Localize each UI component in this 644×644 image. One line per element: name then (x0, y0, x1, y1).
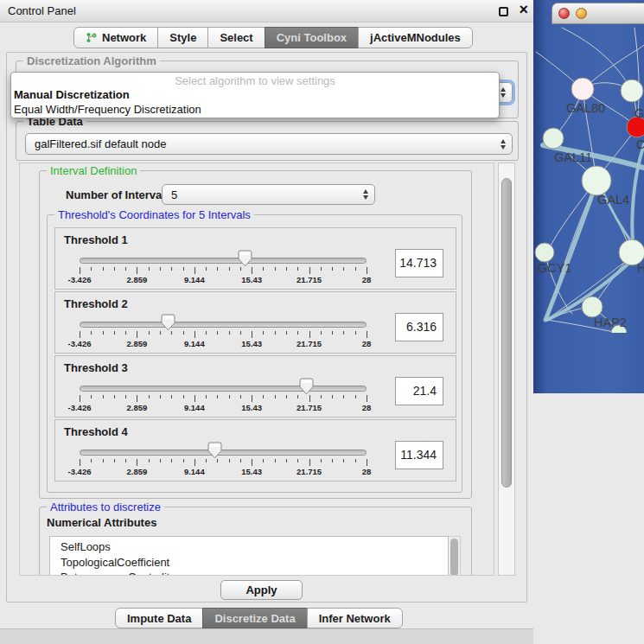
tab-label: Infer Network (319, 612, 391, 625)
threshold-3-panel: Threshold 3-3.4262.8599.14415.4321.71528… (54, 355, 456, 418)
settings-scroll-area: Interval Definition Number of Intervals … (19, 163, 494, 576)
network-node-label: HAP2 (594, 316, 627, 329)
attribute-item-selfloops[interactable]: SelfLoops (50, 539, 448, 555)
dropdown-option-manual-discretization[interactable]: Manual Discretization (11, 87, 499, 102)
network-edge[interactable] (562, 28, 632, 91)
network-icon (86, 32, 97, 43)
main-scrollbar-thumb[interactable] (501, 178, 512, 488)
minimize-traffic-light-icon[interactable] (576, 8, 587, 19)
network-node[interactable] (571, 78, 594, 100)
network-node[interactable] (543, 128, 564, 149)
network-node-label: GAL4 (597, 193, 629, 207)
network-node[interactable] (535, 243, 554, 262)
network-canvas[interactable]: GAL80GACGAL11GAL4GCY1HHAP2 (533, 0, 644, 336)
main-scrollbar[interactable] (498, 163, 515, 576)
network-node-label: GA (634, 106, 644, 120)
close-traffic-light-icon[interactable] (558, 8, 570, 19)
threshold-2-slider-track[interactable] (80, 322, 367, 328)
network-node-label: GAL80 (566, 101, 605, 115)
threshold-4-value-field[interactable]: 11.344 (395, 441, 443, 469)
threshold-2-value-field[interactable]: 6.316 (395, 313, 443, 341)
dropdown-option-equal-width-frequency-discretization[interactable]: Equal Width/Frequency Discretization (11, 102, 499, 117)
threshold-4-label: Threshold 4 (64, 425, 128, 438)
dropdown-hint: Select algorithm to view settings (11, 74, 499, 87)
network-desktop: GAL80GACGAL11GAL4GCY1HHAP2 (533, 0, 644, 393)
slider-tick-labels: -3.4262.8599.14415.4321.71528 (80, 403, 367, 413)
threshold-1-panel: Threshold 1-3.4262.8599.14415.4321.71528… (54, 227, 456, 290)
threshold-3-value-field[interactable]: 21.4 (395, 377, 443, 405)
bottom-tab-discretize-data[interactable]: Discretize Data (202, 608, 307, 628)
slider-tick-labels: -3.4262.8599.14415.4321.71528 (80, 275, 367, 285)
bottom-tab-infer-network[interactable]: Infer Network (307, 608, 403, 628)
network-node-label: GAL11 (554, 150, 592, 164)
threshold-3-label: Threshold 3 (64, 361, 128, 374)
group-table-data: Table Data galFiltered.sif default node (16, 121, 519, 161)
tab-cyni-toolbox[interactable]: Cyni Toolbox (265, 27, 359, 48)
bottom-tab-impute-data[interactable]: Impute Data (115, 608, 203, 628)
network-window-titlebar[interactable] (552, 3, 644, 24)
tab-label: Impute Data (127, 612, 191, 625)
threshold-2-panel: Threshold 2-3.4262.8599.14415.4321.71528… (54, 291, 456, 354)
combo-arrows-icon (501, 139, 506, 150)
network-node[interactable] (582, 296, 603, 317)
combo-arrows-icon (363, 189, 368, 200)
number-of-intervals-value: 5 (171, 188, 177, 201)
group-label-discretization-algorithm: Discretization Algorithm (23, 54, 160, 67)
table-data-combobox[interactable]: galFiltered.sif default node (25, 133, 513, 155)
number-of-intervals-label: Number of Intervals (66, 188, 171, 201)
numerical-attributes-list: SelfLoopsTopologicalCoefficientBetweenne… (49, 536, 461, 576)
attribute-item-betweennesscentrality[interactable]: BetweennessCentrality (50, 570, 448, 576)
network-canvas-wrap: GAL80GACGAL11GAL4GCY1HHAP2 (533, 0, 644, 336)
slider-tick-labels: -3.4262.8599.14415.4321.71528 (80, 339, 367, 349)
network-node-label: H (637, 261, 644, 275)
bottom-tab-bar: Impute DataDiscretize DataInfer Network (115, 608, 403, 628)
threshold-4-panel: Threshold 4-3.4262.8599.14415.4321.71528… (54, 419, 456, 481)
threshold-1-value-field[interactable]: 14.713 (395, 249, 443, 277)
tab-jactivemnodules[interactable]: jActiveMNodules (358, 27, 473, 48)
network-node-label: C (636, 137, 644, 151)
threshold-3-slider-track[interactable] (80, 386, 367, 392)
group-thresholds: Threshold's Coordinates for 5 Intervals … (47, 214, 462, 493)
network-node[interactable] (582, 166, 611, 195)
float-icon[interactable] (499, 7, 508, 16)
tab-style[interactable]: Style (157, 27, 208, 48)
tab-label: Network (102, 31, 146, 44)
tab-label: Select (220, 31, 252, 44)
group-attributes-to-discretize: Attributes to discretize Numerical Attri… (39, 507, 472, 576)
right-column: GAL80GACGAL11GAL4GCY1HHAP2 Table Panel (533, 0, 644, 644)
network-edge-thick[interactable] (632, 144, 644, 241)
number-of-intervals-combobox[interactable]: 5 (162, 184, 375, 205)
slider-tick-labels: -3.4262.8599.14415.4321.71528 (80, 467, 367, 477)
network-node[interactable] (621, 80, 643, 102)
tab-label: Cyni Toolbox (277, 31, 347, 44)
network-node-label: GCY1 (538, 261, 572, 275)
threshold-2-label: Threshold 2 (64, 297, 128, 310)
slider-ticks (80, 395, 367, 403)
group-label-interval-definition: Interval Definition (47, 164, 140, 177)
threshold-list: Threshold 1-3.4262.8599.14415.4321.71528… (54, 227, 456, 481)
tab-select[interactable]: Select (207, 27, 265, 48)
bottom-strip (0, 628, 533, 644)
group-interval-definition: Interval Definition Number of Intervals … (39, 170, 472, 499)
zoom-traffic-light-icon[interactable] (593, 8, 604, 19)
threshold-4-slider-track[interactable] (80, 450, 367, 456)
group-label-attributes: Attributes to discretize (47, 501, 164, 513)
attributes-scrollbar-thumb[interactable] (450, 539, 458, 576)
tab-label: Discretize Data (214, 612, 295, 625)
close-icon[interactable]: × (519, 1, 528, 19)
slider-ticks (80, 459, 367, 467)
numerical-attributes-heading: Numerical Attributes (47, 516, 156, 529)
group-label-thresholds: Threshold's Coordinates for 5 Intervals (54, 208, 254, 221)
table-data-value: galFiltered.sif default node (35, 137, 166, 150)
top-tab-bar: NetworkStyleSelectCyni ToolboxjActiveMNo… (73, 27, 473, 48)
panel-title: Control Panel (8, 4, 76, 17)
tab-label: jActiveMNodules (370, 31, 461, 44)
attributes-scrollbar[interactable] (449, 536, 461, 576)
tab-network[interactable]: Network (73, 27, 158, 48)
tab-label: Style (169, 31, 196, 44)
threshold-1-slider-track[interactable] (80, 258, 367, 264)
slider-ticks (80, 267, 367, 275)
attribute-item-topologicalcoefficient[interactable]: TopologicalCoefficient (50, 555, 448, 571)
apply-button[interactable]: Apply (220, 580, 303, 600)
screen: Control Panel × NetworkStyleSelectCyni T… (0, 0, 644, 644)
